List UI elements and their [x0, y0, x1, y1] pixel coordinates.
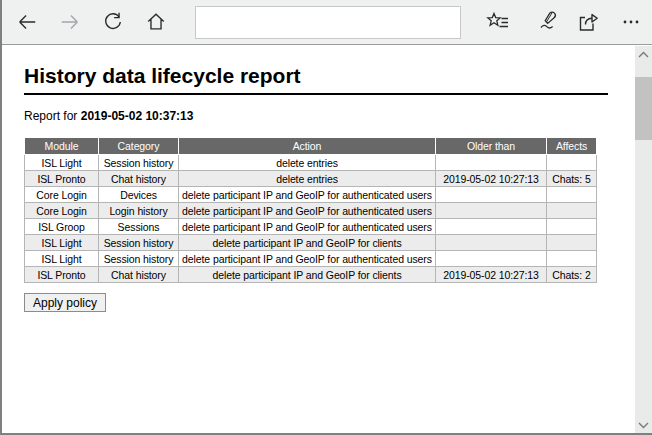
- table-cell: Core Login: [25, 187, 99, 203]
- report-table: ModuleCategoryActionOlder thanAffects IS…: [24, 137, 597, 283]
- table-cell: [436, 219, 547, 235]
- table-cell: [436, 155, 547, 171]
- table-cell: Chat history: [99, 171, 179, 187]
- address-bar-input[interactable]: [195, 6, 461, 39]
- table-cell: [436, 203, 547, 219]
- address-bar-container: [195, 6, 461, 39]
- table-cell: [436, 235, 547, 251]
- table-cell: ISL Light: [25, 251, 99, 267]
- vertical-scrollbar[interactable]: [635, 46, 652, 433]
- table-row: ISL LightSession historydelete participa…: [25, 235, 597, 251]
- back-arrow-icon: [16, 11, 38, 33]
- forward-arrow-icon: [59, 11, 81, 33]
- table-cell: [547, 155, 597, 171]
- table-cell: [547, 219, 597, 235]
- report-timestamp: 2019-05-02 10:37:13: [81, 109, 194, 123]
- table-row: ISL LightSession historydelete participa…: [25, 251, 597, 267]
- table-cell: delete participant IP and GeoIP for auth…: [179, 219, 436, 235]
- refresh-icon: [102, 11, 124, 33]
- table-cell: Login history: [99, 203, 179, 219]
- table-cell: delete participant IP and GeoIP for clie…: [179, 235, 436, 251]
- table-body: ISL LightSession historydelete entriesIS…: [25, 155, 597, 283]
- back-button[interactable]: [12, 5, 42, 39]
- table-cell: Session history: [99, 235, 179, 251]
- table-cell: Sessions: [99, 219, 179, 235]
- scroll-up-button[interactable]: [635, 46, 652, 62]
- table-row: Core LoginLogin historydelete participan…: [25, 203, 597, 219]
- more-ellipsis-icon: [619, 10, 643, 34]
- table-row: Core LoginDevicesdelete participant IP a…: [25, 187, 597, 203]
- column-header: Affects: [547, 138, 597, 155]
- page-title: History data lifecycle report: [24, 64, 608, 95]
- table-cell: Chats: 5: [547, 171, 597, 187]
- table-row: ISL GroopSessionsdelete participant IP a…: [25, 219, 597, 235]
- table-cell: delete participant IP and GeoIP for clie…: [179, 267, 436, 283]
- column-header: Older than: [436, 138, 547, 155]
- table-cell: ISL Pronto: [25, 267, 99, 283]
- page-content: History data lifecycle report Report for…: [2, 46, 635, 433]
- share-button[interactable]: [573, 5, 603, 39]
- table-cell: [547, 203, 597, 219]
- column-header: Category: [99, 138, 179, 155]
- refresh-button[interactable]: [98, 5, 128, 39]
- browser-window: History data lifecycle report Report for…: [0, 0, 652, 435]
- column-header: Module: [25, 138, 99, 155]
- table-cell: delete participant IP and GeoIP for auth…: [179, 187, 436, 203]
- share-icon: [576, 10, 600, 34]
- table-cell: Core Login: [25, 203, 99, 219]
- table-cell: ISL Pronto: [25, 171, 99, 187]
- more-actions-button[interactable]: [616, 5, 646, 39]
- table-row: ISL ProntoChat historydelete participant…: [25, 267, 597, 283]
- scroll-down-button[interactable]: [635, 417, 652, 433]
- table-row: ISL ProntoChat historydelete entries2019…: [25, 171, 597, 187]
- table-cell: delete entries: [179, 171, 436, 187]
- report-timestamp-line: Report for 2019-05-02 10:37:13: [24, 109, 635, 123]
- home-icon: [145, 11, 167, 33]
- chevron-down-icon: [638, 422, 649, 429]
- favorites-hub-button[interactable]: [483, 5, 513, 39]
- table-cell: Chat history: [99, 267, 179, 283]
- web-note-button[interactable]: [533, 5, 563, 39]
- table-cell: ISL Light: [25, 155, 99, 171]
- report-for-label: Report for: [24, 109, 77, 123]
- forward-button[interactable]: [55, 5, 85, 39]
- table-cell: Chats: 2: [547, 267, 597, 283]
- table-cell: ISL Light: [25, 235, 99, 251]
- table-cell: 2019-05-02 10:27:13: [436, 171, 547, 187]
- column-header: Action: [179, 138, 436, 155]
- browser-toolbar: [2, 0, 652, 45]
- table-cell: Session history: [99, 251, 179, 267]
- table-cell: [436, 251, 547, 267]
- table-cell: [436, 187, 547, 203]
- table-cell: 2019-05-02 10:27:13: [436, 267, 547, 283]
- table-cell: delete participant IP and GeoIP for auth…: [179, 203, 436, 219]
- home-button[interactable]: [141, 5, 171, 39]
- table-cell: Session history: [99, 155, 179, 171]
- web-note-pen-icon: [536, 10, 560, 34]
- table-cell: delete entries: [179, 155, 436, 171]
- table-cell: Devices: [99, 187, 179, 203]
- apply-policy-button[interactable]: Apply policy: [24, 293, 106, 312]
- table-cell: ISL Groop: [25, 219, 99, 235]
- table-cell: [547, 187, 597, 203]
- chevron-up-icon: [638, 51, 649, 58]
- table-row: ISL LightSession historydelete entries: [25, 155, 597, 171]
- table-cell: [547, 251, 597, 267]
- scrollbar-thumb[interactable]: [635, 77, 652, 140]
- table-cell: delete participant IP and GeoIP for auth…: [179, 251, 436, 267]
- table-cell: [547, 235, 597, 251]
- favorites-hub-icon: [486, 10, 510, 34]
- table-header-row: ModuleCategoryActionOlder thanAffects: [25, 138, 597, 155]
